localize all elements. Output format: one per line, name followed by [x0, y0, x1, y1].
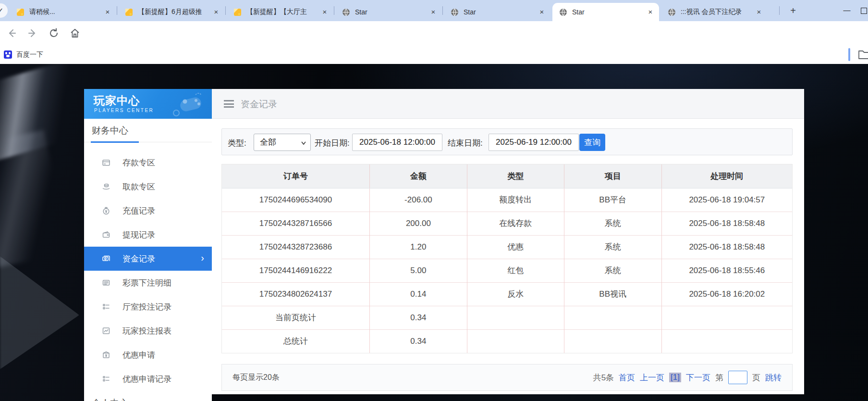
table-row: 17502348026241370.14反水BB视讯2025-06-18 16:…	[222, 282, 792, 306]
browser-tab-5-active[interactable]: Star ×	[552, 3, 659, 21]
window-maximize-button[interactable]	[861, 8, 867, 14]
bookmarks-bar: 百度一下	[0, 45, 868, 64]
back-icon[interactable]	[6, 27, 17, 39]
background-triangle	[0, 256, 79, 369]
first-page-link[interactable]: 首页	[619, 372, 635, 383]
sidebar-item-deposit[interactable]: 存款专区	[84, 150, 212, 175]
table-row: 1750244328716566200.00在线存款系统2025-06-18 1…	[222, 212, 792, 235]
tab-separator	[225, 6, 226, 15]
table-row: 1750244696534090-206.00额度转出BB平台2025-06-1…	[222, 188, 792, 212]
col-header-process-time: 处理时间	[661, 164, 792, 188]
wallet-icon	[102, 230, 110, 239]
tab-separator	[779, 6, 780, 15]
forward-icon[interactable]	[27, 27, 38, 39]
new-tab-button[interactable]: +	[787, 5, 799, 17]
type-select-value: 全部	[260, 138, 276, 147]
browser-tab-1[interactable]: 【新提醒】6月超级推 ×	[118, 3, 225, 21]
tab-title: 请稍候...	[29, 8, 103, 16]
browser-tab-2[interactable]: 【新提醒】【大厅主 ×	[227, 3, 333, 21]
prev-page-link[interactable]: 上一页	[640, 372, 664, 383]
table-summary-row-page: 当前页统计0.34	[222, 306, 792, 329]
window-minimize-button[interactable]: —	[841, 6, 853, 15]
tab-close-icon[interactable]: ×	[103, 7, 112, 17]
tab-separator	[334, 6, 334, 15]
mail-icon	[233, 8, 242, 16]
table-header-row: 订单号 金额 类型 项目 处理时间	[222, 164, 792, 188]
browser-tab-3[interactable]: Star ×	[335, 3, 442, 21]
sidebar-item-promo-apply[interactable]: 优惠申请	[84, 343, 212, 367]
chart-report-icon	[102, 326, 110, 335]
hamburger-menu-icon[interactable]	[224, 100, 234, 108]
tab-title: :::视讯 会员下注纪录	[681, 8, 754, 16]
tab-title: Star	[464, 8, 537, 16]
col-header-type: 类型	[467, 164, 564, 188]
banknotes-icon	[102, 254, 110, 263]
sidebar-item-lottery-bet-detail[interactable]: 彩票下注明细	[84, 271, 212, 295]
tab-close-icon[interactable]: ×	[320, 7, 330, 17]
table-summary-row-total: 总统计0.34	[222, 329, 792, 353]
sidebar-item-recharge-record[interactable]: 充值记录	[84, 199, 212, 223]
sidebar-next-section-partial: 个人中心	[92, 397, 128, 401]
sidebar-item-withdrawal-record[interactable]: 提现记录	[84, 223, 212, 247]
globe-icon	[559, 8, 567, 16]
tab-separator	[117, 6, 117, 15]
tab-close-icon[interactable]: ×	[428, 7, 438, 17]
end-date-input[interactable]	[489, 134, 579, 151]
tab-title: 【新提醒】6月超级推	[138, 8, 211, 16]
gamepad-icon	[162, 92, 205, 117]
browser-window: ✓ 请稍候... × 【新提醒】6月超级推 × 【新提醒】【大厅主 × Star…	[0, 0, 868, 401]
jump-suffix-text: 页	[752, 372, 760, 383]
page-jump-input[interactable]	[728, 371, 747, 384]
page-size-text: 每页显示20条	[232, 373, 280, 383]
funds-table: 订单号 金额 类型 项目 处理时间 1750244696534090-206.0…	[221, 164, 793, 353]
funds-record-panel: 资金记录 类型: 全部 开始日期: 结束日期: 查询	[212, 89, 804, 394]
sidebar-item-hall-bet-record[interactable]: 厅室投注记录	[84, 295, 212, 319]
deposit-card-icon	[102, 158, 110, 167]
list-card-icon	[102, 278, 110, 287]
hand-money-icon	[102, 182, 110, 191]
browser-tab-6[interactable]: :::视讯 会员下注纪录 ×	[661, 3, 768, 21]
table-row: 17502441469162225.00红包系统2025-06-18 18:55…	[222, 259, 792, 282]
browser-tab-0[interactable]: 请稍候... ×	[10, 3, 116, 21]
bookmark-item-baidu[interactable]: 百度一下	[4, 49, 43, 61]
start-date-input[interactable]	[352, 134, 442, 151]
tab-close-icon[interactable]: ×	[754, 7, 764, 17]
bullet-list-icon	[102, 375, 110, 383]
money-bag-icon	[102, 206, 110, 215]
tab-close-icon[interactable]: ×	[211, 7, 221, 17]
search-button[interactable]: 查询	[579, 134, 605, 151]
sidebar-item-funds-record[interactable]: 资金记录 ›	[84, 247, 212, 271]
bookmark-drag-indicator	[848, 48, 850, 61]
end-date-label: 结束日期:	[448, 138, 483, 149]
section-title: 财务中心	[92, 125, 128, 137]
jump-link[interactable]: 跳转	[765, 372, 782, 383]
tabstrip-partial-avatar[interactable]: ✓	[0, 3, 8, 18]
next-page-link[interactable]: 下一页	[686, 372, 710, 383]
section-active-underline	[91, 141, 139, 143]
type-select[interactable]: 全部	[254, 134, 311, 151]
col-header-amount: 金额	[369, 164, 467, 188]
chevron-right-icon: ›	[201, 252, 204, 263]
jump-prefix-text: 第	[715, 372, 723, 383]
tab-separator	[442, 6, 443, 15]
globe-icon	[668, 8, 676, 16]
reload-icon[interactable]	[48, 27, 60, 39]
bullet-list-icon	[102, 302, 110, 311]
home-icon[interactable]	[69, 27, 81, 39]
sidebar-item-withdraw[interactable]: 取款专区	[84, 175, 212, 199]
browser-toolbar: 006539.com:8886/hhcp/usercenter.html?ini…	[0, 21, 868, 45]
bookmarks-folder-icon[interactable]	[858, 49, 868, 60]
sidebar-item-player-bet-report[interactable]: 玩家投注报表	[84, 319, 212, 343]
tab-title: Star	[572, 8, 646, 16]
browser-tab-4[interactable]: Star ×	[444, 3, 550, 21]
col-header-order-no: 订单号	[222, 164, 369, 188]
tab-title: Star	[355, 8, 428, 16]
tab-close-icon[interactable]: ×	[537, 7, 547, 17]
background-streak	[0, 130, 70, 267]
chevron-down-icon	[301, 140, 306, 146]
sidebar-item-promo-apply-record[interactable]: 优惠申请记录	[84, 367, 212, 391]
tab-close-icon[interactable]: ×	[646, 7, 655, 17]
current-page-indicator: [1]	[669, 373, 681, 382]
players-center-banner: 玩家中心 PLAYERS CENTER	[84, 89, 212, 119]
mail-icon	[16, 8, 24, 16]
